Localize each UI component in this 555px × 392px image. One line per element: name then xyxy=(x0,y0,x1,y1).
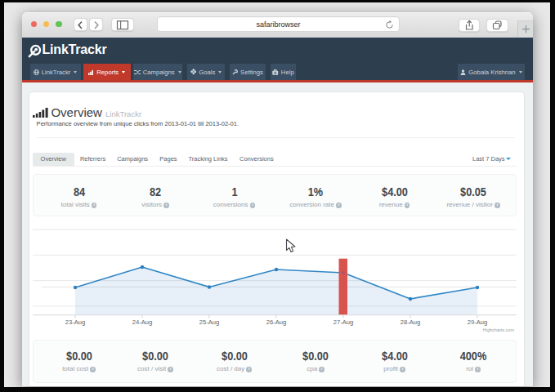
svg-text:29-Aug: 29-Aug xyxy=(468,318,488,326)
svg-text:25-Aug: 25-Aug xyxy=(199,318,220,326)
svg-text:27-Aug: 27-Aug xyxy=(333,318,354,326)
svg-text:28-Aug: 28-Aug xyxy=(401,318,421,326)
svg-text:26-Aug: 26-Aug xyxy=(266,318,287,326)
svg-text:24-Aug: 24-Aug xyxy=(132,318,153,326)
svg-text:Highcharts.com: Highcharts.com xyxy=(483,327,515,332)
svg-text:23-Aug: 23-Aug xyxy=(65,318,86,326)
